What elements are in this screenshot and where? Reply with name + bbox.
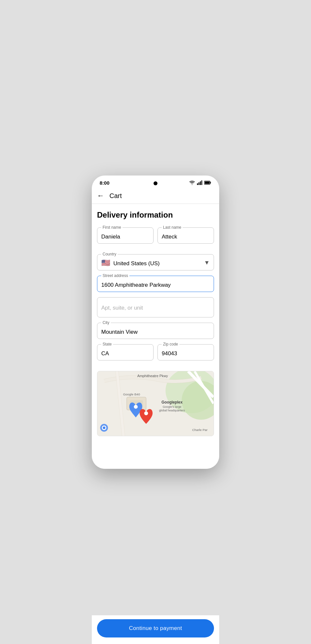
city-value: Mountain View xyxy=(101,329,210,335)
svg-text:Google's large: Google's large xyxy=(163,405,181,408)
last-name-label: Last name xyxy=(162,225,183,230)
svg-rect-5 xyxy=(210,182,211,184)
last-name-value: Atteck xyxy=(162,234,210,240)
state-value: CA xyxy=(101,350,149,357)
street-value: 1600 Amphitheatre Parkway xyxy=(101,282,210,288)
svg-point-14 xyxy=(134,405,138,408)
phone-frame: 8:00 ← xyxy=(92,176,219,469)
status-bar: 8:00 xyxy=(92,176,219,188)
section-title: Delivery information xyxy=(97,210,214,220)
zip-field[interactable]: Zip code 94043 xyxy=(157,344,214,360)
svg-rect-1 xyxy=(199,182,200,185)
top-bar: ← Cart xyxy=(92,188,219,204)
map-view: Amphitheatre Pkwy Google B40 Googleplex … xyxy=(97,371,214,436)
name-row: First name Daniela Last name Atteck xyxy=(97,227,214,249)
last-name-field[interactable]: Last name Atteck xyxy=(157,227,214,244)
status-icons xyxy=(189,180,211,185)
first-name-label: First name xyxy=(101,225,123,230)
signal-icon xyxy=(197,180,202,185)
zip-label: Zip code xyxy=(162,342,179,346)
content-area: Delivery information First name Daniela … xyxy=(92,204,219,469)
wifi-icon xyxy=(189,180,195,185)
country-field[interactable]: Country 🇺🇸 United States (US) ▼ xyxy=(97,254,214,270)
page-title: Cart xyxy=(109,192,122,200)
city-field[interactable]: City Mountain View xyxy=(97,323,214,339)
first-name-field[interactable]: First name Daniela xyxy=(97,227,154,244)
apt-placeholder: Apt, suite, or unit xyxy=(101,305,210,311)
map-poi-partial: Charle Par xyxy=(192,428,208,432)
country-left: 🇺🇸 United States (US) xyxy=(101,259,160,267)
city-label: City xyxy=(101,320,111,325)
map-street-label: Amphitheatre Pkwy xyxy=(137,374,168,377)
us-flag-icon: 🇺🇸 xyxy=(101,259,110,267)
svg-text:global headquarters: global headquarters xyxy=(159,408,185,412)
street-address-field[interactable]: Street address 1600 Amphitheatre Parkway xyxy=(97,276,214,292)
svg-rect-2 xyxy=(200,181,201,185)
apt-field[interactable]: Apt, suite, or unit xyxy=(97,297,214,317)
svg-point-15 xyxy=(144,411,148,415)
back-button[interactable]: ← xyxy=(97,192,104,199)
camera-dot xyxy=(154,181,157,185)
state-field[interactable]: State CA xyxy=(97,344,154,360)
svg-rect-0 xyxy=(197,183,198,185)
svg-point-18 xyxy=(103,426,106,429)
map-container: Amphitheatre Pkwy Google B40 Googleplex … xyxy=(97,371,214,436)
zip-value: 94043 xyxy=(162,350,210,357)
state-zip-row: State CA Zip code 94043 xyxy=(97,344,214,366)
dropdown-arrow-icon: ▼ xyxy=(204,259,210,266)
street-label: Street address xyxy=(101,273,129,278)
country-label: Country xyxy=(101,252,118,256)
map-poi-googleplex: Googleplex xyxy=(161,400,183,405)
country-value: United States (US) xyxy=(113,260,160,267)
state-label: State xyxy=(101,342,113,346)
map-poi-b40: Google B40 xyxy=(123,392,140,396)
country-selector[interactable]: 🇺🇸 United States (US) ▼ xyxy=(101,259,210,267)
status-time: 8:00 xyxy=(100,180,109,186)
battery-icon xyxy=(204,181,211,185)
svg-rect-3 xyxy=(202,180,203,185)
svg-rect-6 xyxy=(205,182,210,184)
first-name-value: Daniela xyxy=(101,234,149,240)
